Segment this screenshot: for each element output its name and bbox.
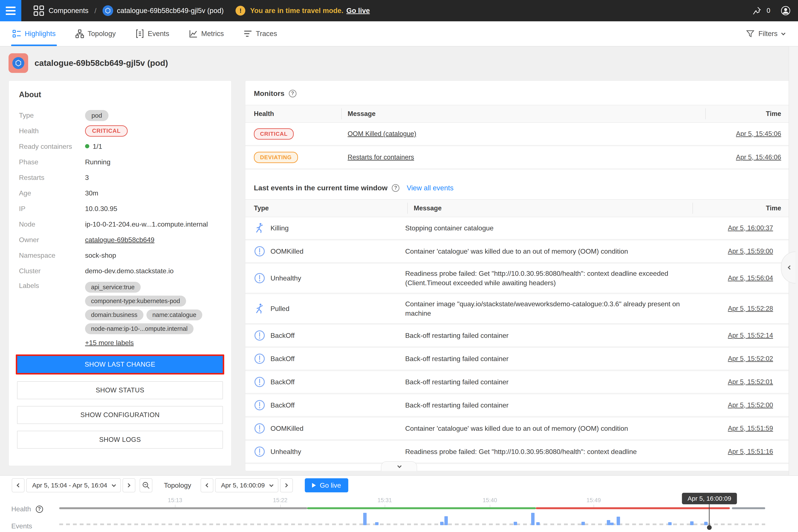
about-row-label: Node [19, 221, 85, 228]
tab-label: Events [148, 30, 169, 38]
breadcrumb-components[interactable]: Components [49, 6, 89, 15]
tab[interactable]: Traces [243, 21, 277, 46]
monitor-message-link[interactable]: Restarts for containers [341, 153, 705, 161]
event-bar [690, 521, 694, 525]
more-labels-link[interactable]: +15 more labels [85, 339, 134, 347]
monitor-time-link[interactable]: Apr 5, 15:46:06 [705, 153, 781, 161]
topology-time-dropdown[interactable]: Apr 5, 16:00:09 [215, 478, 278, 492]
about-row: Phase Running [9, 154, 231, 170]
range-next-button[interactable] [122, 478, 135, 492]
tab[interactable]: Topology [75, 21, 116, 46]
event-type-label: Killing [270, 224, 289, 232]
event-time-link[interactable]: Apr 5, 15:52:01 [684, 378, 773, 386]
event-message: Back-off restarting failed container [399, 400, 684, 410]
time-travel-text: You are in time travel mode. [250, 6, 343, 15]
tab[interactable]: Highlights [12, 21, 56, 46]
event-time-link[interactable]: Apr 5, 16:00:37 [684, 224, 773, 232]
highlights-icon [12, 29, 21, 38]
event-row: BackOff Back-off restarting failed conta… [245, 325, 790, 348]
about-row-label: Phase [19, 158, 85, 166]
avatar[interactable] [780, 5, 791, 16]
time-prev-button[interactable] [201, 478, 213, 492]
about-row: IP 10.0.30.95 [9, 201, 231, 216]
event-time-link[interactable]: Apr 5, 15:51:59 [684, 424, 773, 432]
components-grid-icon [33, 5, 44, 16]
about-row-value: 10.0.30.95 [85, 205, 117, 213]
event-time-link[interactable]: Apr 5, 15:52:28 [684, 305, 773, 312]
alert-circle-icon [254, 423, 265, 434]
about-buttons: SHOW LAST CHANGE SHOW STATUS SHOW CONFIG… [9, 355, 231, 449]
about-row-label: Cluster [19, 267, 85, 275]
top-right-actions: 0 [752, 5, 791, 16]
tab[interactable]: Events [135, 21, 169, 46]
time-range-dropdown[interactable]: Apr 5, 15:04 - Apr 5, 16:04 [26, 478, 121, 492]
label-pills: api_service:truecomponent-type:kubernete… [85, 282, 222, 334]
time-marker-handle[interactable] [707, 525, 712, 530]
event-bar [375, 522, 379, 525]
tab[interactable]: Metrics [189, 21, 224, 46]
tabs: Highlights Topology [0, 21, 297, 46]
time-next-button[interactable] [280, 478, 293, 492]
event-bar [668, 522, 671, 525]
about-row-label: Health [19, 127, 85, 135]
about-row-label: Ready containers [19, 142, 85, 151]
event-row: BackOff Back-off restarting failed conta… [245, 394, 790, 418]
about-action-button[interactable]: SHOW STATUS [17, 381, 223, 399]
pin-icon[interactable] [752, 5, 762, 16]
view-all-events-link[interactable]: View all events [407, 184, 454, 192]
hamburger-menu-icon[interactable] [0, 0, 21, 21]
event-row: OOMKilled Container 'catalogue' was kill… [245, 241, 790, 264]
event-time-link[interactable]: Apr 5, 15:51:16 [684, 448, 773, 455]
status-badge: CRITICAL [254, 128, 294, 139]
range-prev-button[interactable] [12, 478, 24, 492]
label-pill: domain:business [85, 309, 144, 320]
time-marker-tooltip: Apr 5, 16:00:09 [682, 493, 737, 504]
go-live-button[interactable]: Go live [305, 478, 348, 492]
about-row-value: Running [85, 158, 110, 166]
chevron-down-icon [397, 464, 402, 468]
pod-icon [102, 5, 113, 16]
tab-label: Topology [88, 30, 116, 38]
about-action-button[interactable]: SHOW LOGS [17, 431, 223, 449]
about-row-value: catalogue-69b58cb649 [85, 236, 154, 244]
help-icon[interactable]: ? [392, 184, 399, 192]
go-live-link[interactable]: Go live [346, 6, 370, 15]
monitor-message-link[interactable]: OOM Killed (catalogue) [341, 130, 705, 138]
topology-icon [75, 29, 84, 38]
zoom-out-icon [142, 481, 150, 489]
monitor-row: CRITICAL OOM Killed (catalogue) Apr 5, 1… [245, 123, 790, 146]
health-segment [307, 507, 536, 509]
event-time-link[interactable]: Apr 5, 15:59:00 [684, 247, 773, 255]
about-action-button[interactable]: SHOW LAST CHANGE [16, 355, 224, 375]
help-icon[interactable]: ? [289, 90, 297, 97]
event-message: Readiness probe failed: Get "http://10.0… [399, 269, 684, 287]
about-action-button[interactable]: SHOW CONFIGURATION [17, 406, 223, 424]
about-row-label: Owner [19, 236, 85, 244]
breadcrumb-entity[interactable]: catalogue-69b58cb649-gjl5v (pod) [117, 6, 224, 15]
time-range-value: Apr 5, 15:04 - Apr 5, 16:04 [32, 482, 107, 489]
event-message: Container 'catalogue' was killed due to … [399, 247, 684, 256]
about-row-label: Namespace [19, 251, 85, 260]
event-bar [610, 522, 614, 525]
filters-button[interactable]: Filters [746, 21, 798, 46]
event-row: Unhealthy Readiness probe failed: Get "h… [245, 264, 790, 294]
timeline-chart[interactable]: 15:13 15:22 15:31 15:40 [59, 497, 765, 532]
event-type-icon [254, 246, 265, 257]
time-travel-banner: ! You are in time travel mode. Go live [235, 6, 370, 16]
collapse-events-tab[interactable] [381, 461, 417, 471]
monitor-time-link[interactable]: Apr 5, 15:45:06 [705, 130, 781, 138]
event-message: Back-off restarting failed container [399, 377, 684, 387]
col-message: Message [341, 105, 705, 122]
tick-label: 15:22 [273, 497, 287, 504]
help-icon[interactable]: ? [36, 506, 43, 513]
event-bar [582, 522, 585, 525]
event-time-link[interactable]: Apr 5, 15:52:00 [684, 401, 773, 409]
about-row-label: Restarts [19, 174, 85, 182]
event-time-link[interactable]: Apr 5, 15:56:04 [684, 274, 773, 282]
event-time-link[interactable]: Apr 5, 15:52:14 [684, 331, 773, 339]
about-row: Health CRITICAL [9, 123, 231, 139]
zoom-out-button[interactable] [139, 478, 152, 492]
events-rows: Killing Stopping container catalogue Apr… [245, 217, 790, 464]
event-time-link[interactable]: Apr 5, 15:52:02 [684, 355, 773, 363]
event-type-icon [254, 399, 265, 411]
